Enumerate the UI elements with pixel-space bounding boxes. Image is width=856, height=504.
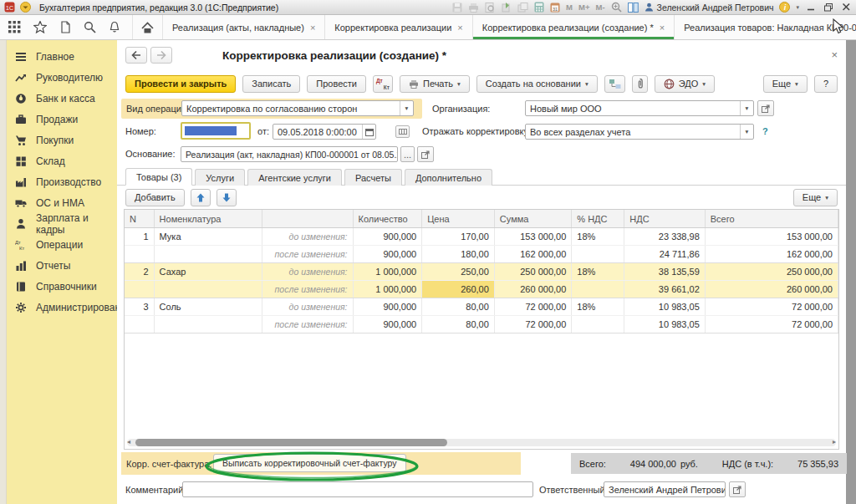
tab-additional[interactable]: Дополнительно [405,169,492,186]
table-row[interactable]: 3 Соль до изменения: 900,000 80,00 72 00… [125,298,838,316]
comment-input[interactable] [182,481,533,497]
minimize-button[interactable] [805,2,817,13]
tab-goods[interactable]: Товары (3) [125,168,192,186]
sidebar-item-operations[interactable]: ДтКт Операции [7,234,117,255]
calculator-icon[interactable] [534,2,544,13]
attachments-button[interactable] [632,75,648,93]
back-button[interactable] [125,47,147,64]
memory-mplus-button[interactable]: M+ [578,3,589,12]
tab-correction-create[interactable]: Корректировка реализации (создание) * [473,15,675,39]
forward-button[interactable] [150,47,172,64]
horizontal-scrollbar[interactable] [127,439,836,446]
save-button[interactable]: Записать [242,75,300,93]
sidebar-item-manager[interactable]: Руководителю [7,67,117,88]
calendar-icon[interactable]: 31 [550,2,560,13]
basis-select[interactable]: Реализация (акт, накладная) КП00-000001 … [181,146,398,162]
move-down-button[interactable] [217,189,237,206]
scroll-left-icon[interactable] [127,438,130,445]
history-icon[interactable] [59,21,71,33]
vat-value: 75 355,93 [797,459,838,469]
notifications-bell-icon[interactable] [109,21,120,33]
scrollbar-thumb[interactable] [135,439,447,446]
table-row[interactable]: 1 Мука до изменения: 900,000 170,00 153 … [125,228,838,246]
table-row[interactable]: после изменения: 900,000 180,00 162 000,… [125,246,838,263]
tab-services[interactable]: Услуги [195,169,245,186]
chevron-down-icon[interactable] [740,101,753,115]
search-icon[interactable] [84,21,96,33]
date-input[interactable]: 09.05.2018 0:00:00 [273,124,376,140]
post-button[interactable]: Провести [307,75,366,93]
tab-correction[interactable]: Корректировка реализации [325,15,472,39]
tab-settlements[interactable]: Расчеты [344,169,402,186]
print-icon[interactable] [468,3,479,13]
edo-button[interactable]: ЭДО [655,75,715,93]
organization-open-button[interactable] [757,100,774,116]
sidebar-item-main[interactable]: Главное [7,46,117,67]
tab-agent-services[interactable]: Агентские услуги [247,169,342,186]
organization-select[interactable]: Новый мир ООО [525,100,754,116]
tab-realization-list[interactable]: Реализация (акты, накладные) [163,15,325,39]
reflect-select[interactable]: Во всех разделах учета [525,124,754,140]
basis-open-button[interactable] [417,146,434,162]
export-icon[interactable] [501,3,512,13]
number-input[interactable] [181,122,251,140]
help-button[interactable]: ? [814,75,838,93]
sidebar-item-reports[interactable]: Отчеты [7,255,117,276]
sidebar-item-fixed-assets[interactable]: ОС и НМА [7,192,117,213]
sidebar-item-sales[interactable]: Продажи [7,109,117,130]
sidebar-item-purchases[interactable]: Покупки [7,130,117,150]
chevron-down-icon[interactable] [740,125,753,139]
more-button[interactable]: Еще [763,75,808,93]
tab-close-icon[interactable] [660,23,665,33]
memory-mminus-button[interactable]: M- [595,3,604,12]
chevron-down-icon[interactable] [400,101,413,115]
scroll-right-icon[interactable] [833,438,836,445]
system-menu-icon[interactable] [20,2,31,13]
basis-ellipsis-button[interactable]: ... [400,146,415,162]
create-based-on-button[interactable]: Создать на основании [476,75,598,93]
sidebar-item-directories[interactable]: Справочники [7,276,117,297]
apps-menu-icon[interactable] [8,21,21,33]
post-and-close-button[interactable]: Провести и закрыть [125,75,236,93]
input-options-button[interactable] [395,125,410,138]
issue-correction-invoice-button[interactable]: Выписать корректировочный счет-фактуру [213,454,406,472]
sidebar-item-warehouse[interactable]: Склад [7,150,117,171]
sidebar-item-production[interactable]: Производство [7,171,117,192]
dtkt-postings-button[interactable]: ДтКт [373,75,393,93]
memory-m-button[interactable]: M [566,3,573,12]
invoice-label: Корр. счет-фактура: [126,459,211,469]
preview-icon[interactable] [485,3,495,13]
sidebar-item-administration[interactable]: Администрирование [7,297,117,318]
sidebar-item-payroll[interactable]: Зарплата и кадры [7,213,117,234]
zoom-icon[interactable] [611,2,622,13]
table-row[interactable]: после изменения: 900,000 80,00 72 000,00… [125,316,838,333]
user-chip[interactable]: Зеленский Андрей Петрович [645,3,774,13]
close-button[interactable] [840,2,852,13]
info-button[interactable]: i [779,2,790,13]
tab-realization-doc[interactable]: Реализация товаров: Накладная КП00-00000… [675,15,856,39]
table-row-selected[interactable]: после изменения: 1 000,000 260,00 260 00… [125,281,838,298]
favorites-star-icon[interactable] [33,21,47,33]
move-up-button[interactable] [191,189,211,206]
related-documents-button[interactable] [604,75,625,93]
responsible-select[interactable]: Зеленский Андрей Петрович [604,481,726,497]
responsible-open-button[interactable] [729,481,746,497]
add-row-button[interactable]: Добавить [125,189,185,206]
form-close-icon[interactable] [831,48,838,61]
table-row-selected[interactable]: 2 Сахар до изменения: 1 000,000 250,00 2… [125,263,838,281]
sidebar-item-bank[interactable]: Банк и касса [7,88,117,109]
selected-cell[interactable]: 260,00 [422,281,495,298]
reflect-help-link[interactable]: ? [762,126,768,136]
save-icon[interactable] [452,3,462,13]
home-tab[interactable] [132,15,163,39]
calendar-picker-icon[interactable] [362,125,375,139]
print-button[interactable]: Печать [400,75,470,93]
copy-icon[interactable] [517,3,528,13]
tab-close-icon[interactable] [310,23,315,33]
split-view-icon[interactable] [628,3,639,13]
table-more-button[interactable]: Еще [793,189,838,206]
restore-button[interactable] [823,2,834,13]
tab-close-icon[interactable] [457,23,462,33]
chevron-down-icon[interactable]: ▾ [796,4,799,11]
operation-select[interactable]: Корректировка по согласованию сторон [181,100,414,116]
